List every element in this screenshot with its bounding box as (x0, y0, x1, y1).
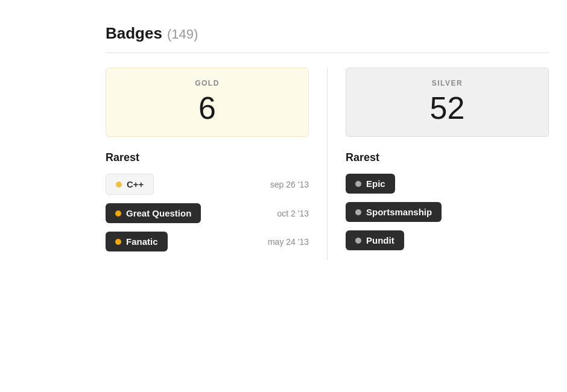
fanatic-date: may 24 '13 (268, 237, 309, 247)
gold-tier-count: 6 (121, 91, 294, 125)
silver-tier-label: SILVER (361, 79, 534, 87)
silver-tier-count: 52 (361, 91, 534, 125)
column-divider (327, 68, 328, 260)
sportsmanship-badge[interactable]: Sportsmanship (346, 202, 442, 222)
badge-row: Great Question oct 2 '13 (106, 203, 309, 223)
epic-dot (355, 181, 361, 187)
gold-column: GOLD 6 Rarest C++ sep 26 '13 Great Quest… (106, 68, 309, 260)
epic-label: Epic (366, 179, 385, 189)
pundit-dot (355, 238, 361, 244)
cpp-date: sep 26 '13 (270, 180, 309, 189)
cpp-dot (116, 182, 122, 188)
badge-row: Epic (346, 174, 549, 194)
sportsmanship-label: Sportsmanship (366, 207, 432, 217)
badges-title: Badges (106, 24, 162, 43)
badges-header: Badges (149) (106, 24, 549, 43)
badges-columns: GOLD 6 Rarest C++ sep 26 '13 Great Quest… (106, 68, 549, 260)
section-divider (106, 52, 549, 53)
silver-tier-card: SILVER 52 (346, 68, 549, 137)
pundit-badge[interactable]: Pundit (346, 230, 404, 250)
silver-column: SILVER 52 Rarest Epic Sportsmanship (346, 68, 549, 260)
fanatic-label: Fanatic (126, 236, 158, 247)
cpp-badge[interactable]: C++ (106, 174, 154, 195)
silver-rarest-label: Rarest (346, 151, 549, 164)
great-question-dot (115, 210, 121, 217)
gold-tier-label: GOLD (121, 79, 294, 87)
badge-row: Sportsmanship (346, 202, 549, 222)
gold-tier-card: GOLD 6 (106, 68, 309, 137)
gold-rarest-label: Rarest (106, 151, 309, 164)
badge-row: Pundit (346, 230, 549, 250)
fanatic-dot (115, 239, 121, 245)
great-question-date: oct 2 '13 (277, 209, 309, 218)
great-question-label: Great Question (126, 208, 191, 218)
great-question-badge[interactable]: Great Question (106, 203, 201, 223)
pundit-label: Pundit (366, 235, 394, 245)
cpp-label: C++ (127, 179, 144, 189)
sportsmanship-dot (355, 209, 361, 215)
fanatic-badge[interactable]: Fanatic (106, 232, 168, 251)
badge-row: C++ sep 26 '13 (106, 174, 309, 195)
badge-row: Fanatic may 24 '13 (106, 232, 309, 251)
page-container: Badges (149) GOLD 6 Rarest C++ sep 26 '1… (0, 0, 567, 284)
badges-count: (149) (167, 27, 198, 42)
epic-badge[interactable]: Epic (346, 174, 395, 194)
